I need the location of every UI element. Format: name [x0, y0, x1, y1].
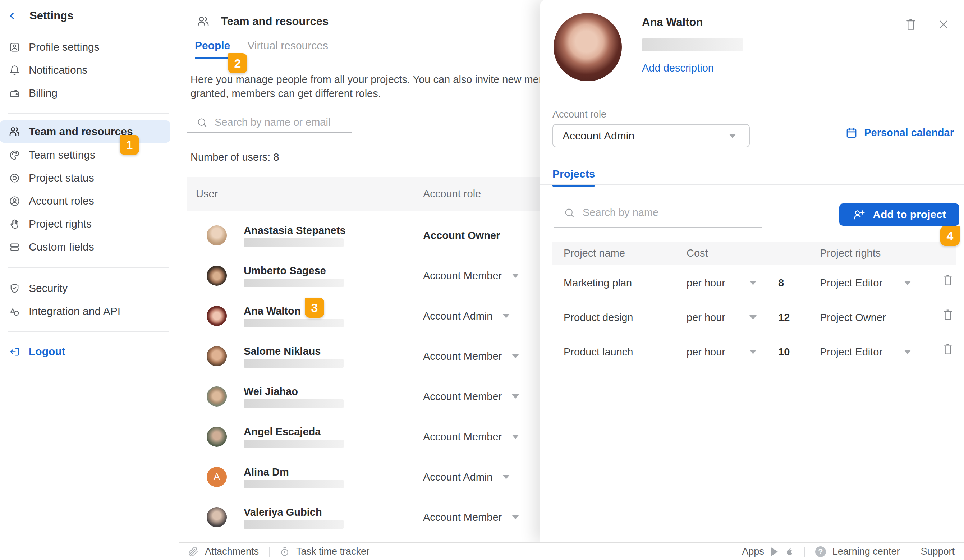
- projects-divider: [540, 184, 964, 185]
- bell-icon: [9, 65, 20, 76]
- sidebar-divider: [8, 113, 169, 114]
- sidebar-item-billing[interactable]: Billing: [0, 81, 177, 104]
- calendar-icon: [845, 127, 858, 139]
- google-play-icon[interactable]: [770, 547, 778, 557]
- role-select[interactable]: Account Member: [423, 256, 519, 296]
- sidebar-item-label: Custom fields: [29, 241, 94, 253]
- role-select[interactable]: Account Member: [423, 497, 519, 537]
- search-underline: [554, 227, 762, 228]
- role-select[interactable]: Account Member: [423, 417, 519, 457]
- learning-center-link[interactable]: Learning center: [832, 546, 900, 557]
- remove-from-project-icon[interactable]: [942, 274, 954, 287]
- shield-icon: [9, 283, 20, 294]
- user-avatar-large: [554, 13, 622, 81]
- logout-icon: [9, 346, 20, 357]
- cost-unit-select[interactable]: per hour: [687, 277, 725, 289]
- sidebar-item-account-roles[interactable]: Account roles: [0, 189, 177, 212]
- remove-from-project-icon[interactable]: [942, 309, 954, 322]
- apps-link[interactable]: Apps: [742, 546, 764, 557]
- role-select[interactable]: Account Admin: [423, 457, 510, 497]
- personal-calendar-link[interactable]: Personal calendar: [845, 127, 954, 139]
- cost-unit-select[interactable]: per hour: [687, 346, 725, 358]
- project-row: Product design per hour 12 Project Owner: [552, 300, 956, 334]
- column-project-rights: Project rights: [820, 247, 881, 259]
- column-cost: Cost: [687, 247, 708, 259]
- footer-separator: [269, 547, 270, 557]
- tab-people[interactable]: People: [195, 39, 230, 59]
- project-rights-select[interactable]: Project Editor: [820, 346, 883, 358]
- avatar: [207, 386, 227, 407]
- chevron-down-icon: [512, 273, 519, 278]
- sidebar-item-project-rights[interactable]: Project rights: [0, 212, 177, 235]
- sidebar-item-profile-settings[interactable]: Profile settings: [0, 36, 177, 59]
- sidebar-item-label: Team settings: [29, 149, 95, 161]
- chevron-down-icon[interactable]: [904, 281, 911, 285]
- footer-bar: Attachments Task time tracker Apps ? Lea…: [179, 542, 964, 560]
- tab-virtual-resources[interactable]: Virtual resources: [247, 39, 328, 59]
- sidebar-item-security[interactable]: Security: [0, 277, 177, 300]
- chevron-down-icon[interactable]: [904, 350, 911, 354]
- project-rights-select[interactable]: Project Editor: [820, 277, 883, 289]
- role-select[interactable]: Account Member: [423, 376, 519, 417]
- role-select[interactable]: Account Admin: [423, 296, 510, 336]
- chevron-down-icon[interactable]: [749, 315, 757, 319]
- webhook-icon: [9, 306, 20, 317]
- project-search-field[interactable]: Search by name: [564, 207, 658, 218]
- sidebar-item-label: Notifications: [29, 64, 87, 76]
- projects-table: Marketing plan per hour 8 Project Editor…: [552, 265, 956, 368]
- sidebar-item-integration-api[interactable]: Integration and API: [0, 300, 177, 323]
- rate-value[interactable]: 8: [778, 277, 784, 289]
- chevron-down-icon: [512, 515, 519, 519]
- tabs: People Virtual resources: [195, 39, 328, 59]
- support-link[interactable]: Support: [920, 546, 955, 557]
- chevron-down-icon: [503, 475, 510, 479]
- rate-value[interactable]: 12: [778, 312, 790, 324]
- table-row[interactable]: Angel Escajeda Account Member: [187, 417, 540, 457]
- sidebar-item-team-and-resources[interactable]: Team and resources: [0, 120, 170, 143]
- team-icon: [9, 126, 20, 137]
- project-row: Marketing plan per hour 8 Project Editor: [552, 265, 956, 300]
- sidebar-divider: [8, 267, 169, 268]
- table-row[interactable]: Ana Walton Account Admin: [187, 296, 540, 336]
- delete-user-icon[interactable]: [905, 18, 917, 32]
- add-to-project-button[interactable]: Add to project: [839, 203, 959, 226]
- chevron-down-icon[interactable]: [749, 350, 757, 354]
- rate-value[interactable]: 10: [778, 346, 790, 358]
- annotation-badge-2: 2: [228, 53, 247, 73]
- sidebar-divider: [8, 331, 169, 332]
- sidebar-item-project-status[interactable]: Project status: [0, 166, 177, 189]
- role-select[interactable]: Account Member: [423, 336, 519, 376]
- users-table: Anastasia Stepanets Account Owner Umbert…: [187, 215, 540, 537]
- remove-from-project-icon[interactable]: [942, 343, 954, 356]
- logout-button[interactable]: Logout: [0, 340, 177, 363]
- table-row[interactable]: Salome Niklaus Account Member: [187, 336, 540, 376]
- close-icon[interactable]: [938, 19, 949, 30]
- chevron-down-icon: [729, 134, 736, 138]
- search-placeholder: Search by name or email: [215, 116, 330, 128]
- add-description-link[interactable]: Add description: [642, 62, 714, 74]
- profile-icon: [9, 42, 20, 53]
- account-role-select[interactable]: Account Admin: [552, 124, 750, 147]
- page-title: Team and resources: [221, 15, 329, 28]
- role-select: Account Owner: [423, 215, 500, 256]
- sidebar-item-label: Integration and API: [29, 305, 120, 317]
- chevron-down-icon[interactable]: [749, 281, 757, 285]
- sidebar-item-notifications[interactable]: Notifications: [0, 59, 177, 81]
- task-time-tracker-link[interactable]: Task time tracker: [296, 546, 370, 557]
- table-row[interactable]: Valeriya Gubich Account Member: [187, 497, 540, 537]
- sidebar-item-label: Security: [29, 282, 68, 295]
- table-row[interactable]: Umberto Sagese Account Member: [187, 256, 540, 296]
- users-count: Number of users: 8: [191, 151, 279, 163]
- attachments-link[interactable]: Attachments: [205, 546, 259, 557]
- sidebar-item-custom-fields[interactable]: Custom fields: [0, 235, 177, 259]
- back-chevron-icon[interactable]: [7, 10, 17, 21]
- cost-unit-select[interactable]: per hour: [687, 312, 725, 324]
- table-row[interactable]: Wei Jiahao Account Member: [187, 376, 540, 417]
- table-row[interactable]: A Alina Dm Account Admin: [187, 457, 540, 497]
- user-circle-icon: [9, 195, 20, 207]
- table-row[interactable]: Anastasia Stepanets Account Owner: [187, 215, 540, 256]
- apple-icon[interactable]: [784, 546, 795, 557]
- user-search-field[interactable]: Search by name or email: [197, 116, 330, 128]
- annotation-badge-1: 1: [120, 135, 139, 155]
- sidebar-item-team-settings[interactable]: Team settings: [0, 143, 177, 166]
